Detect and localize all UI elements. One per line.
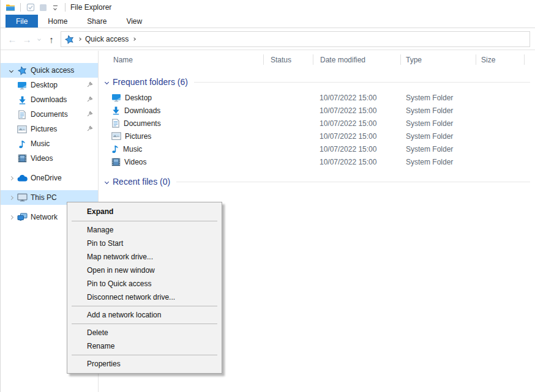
menu-item-delete[interactable]: Delete — [67, 326, 222, 339]
sidebar-item-onedrive[interactable]: OneDrive — [1, 171, 98, 185]
menu-item-expand[interactable]: Expand — [67, 204, 222, 219]
sidebar-item-label: Network — [31, 213, 58, 221]
menu-item-map-network-drive[interactable]: Map network drive... — [67, 250, 222, 264]
sidebar-item-quick-access[interactable]: Quick access — [1, 63, 98, 78]
desktop-icon — [17, 81, 28, 90]
sidebar-item-videos[interactable]: Videos — [1, 151, 98, 166]
menu-item-pin-to-start[interactable]: Pin to Start — [67, 237, 222, 250]
sidebar-item-pictures[interactable]: Pictures — [1, 122, 98, 136]
new-folder-icon[interactable] — [37, 1, 49, 13]
recent-locations-icon[interactable] — [35, 38, 43, 40]
column-header-size[interactable]: Size — [476, 51, 525, 68]
chevron-down-icon[interactable] — [102, 180, 111, 183]
column-header-name[interactable]: Name — [99, 51, 263, 68]
frequent-folders-list: Desktop 10/07/2022 15:00 System Folder — [99, 91, 535, 168]
chevron-right-icon[interactable] — [6, 216, 17, 219]
pin-icon — [86, 96, 93, 103]
menu-item-properties[interactable]: Properties — [67, 357, 222, 371]
properties-icon[interactable] — [24, 1, 37, 13]
sidebar-item-documents[interactable]: Documents — [1, 107, 98, 122]
tab-home[interactable]: Home — [38, 15, 77, 28]
file-row-downloads[interactable]: Downloads 10/07/2022 15:00 System Folder — [99, 104, 535, 117]
up-icon[interactable]: ↑ — [45, 32, 58, 46]
documents-icon — [17, 110, 28, 119]
column-header-date-modified[interactable]: Date modified — [313, 51, 401, 68]
column-headers: Name Status Date modified Type Size — [99, 51, 535, 68]
sidebar-item-desktop[interactable]: Desktop — [1, 78, 98, 92]
file-name: Desktop — [125, 94, 152, 102]
sidebar-item-label: Pictures — [31, 125, 57, 133]
file-explorer-window: File Explorer File Home Share View ← → ↑… — [0, 0, 535, 392]
date-modified: 10/07/2022 15:00 — [313, 106, 401, 115]
file-row-desktop[interactable]: Desktop 10/07/2022 15:00 System Folder — [99, 91, 535, 104]
file-type: System Folder — [401, 132, 476, 141]
menu-item-add-network-location[interactable]: Add a network location — [67, 308, 222, 322]
menu-item-rename[interactable]: Rename — [67, 339, 222, 353]
date-modified: 10/07/2022 15:00 — [313, 94, 401, 102]
tab-share[interactable]: Share — [77, 15, 116, 28]
app-folder-icon — [4, 1, 17, 13]
music-icon — [111, 144, 119, 153]
column-header-type[interactable]: Type — [401, 51, 476, 68]
address-bar[interactable]: Quick access — [61, 31, 530, 47]
group-header-rule — [176, 182, 530, 182]
chevron-right-icon[interactable] — [6, 177, 17, 180]
menu-separator — [72, 306, 217, 306]
chevron-down-icon[interactable] — [102, 81, 111, 84]
sidebar-item-downloads[interactable]: Downloads — [1, 92, 98, 107]
this-pc-monitor-icon — [17, 193, 28, 202]
file-row-videos[interactable]: Videos 10/07/2022 15:00 System Folder — [99, 155, 535, 168]
pictures-icon — [17, 125, 28, 133]
file-type: System Folder — [401, 158, 476, 166]
breadcrumb-chevron-icon[interactable] — [133, 37, 137, 41]
downloads-icon — [17, 95, 28, 105]
pin-icon — [86, 81, 93, 88]
chevron-down-icon[interactable] — [6, 69, 17, 72]
back-icon[interactable]: ← — [6, 32, 19, 46]
sidebar-item-label: Videos — [31, 154, 53, 163]
title-bar: File Explorer — [1, 0, 535, 15]
menu-item-manage[interactable]: Manage — [67, 223, 222, 237]
group-header-frequent-folders[interactable]: Frequent folders (6) — [99, 75, 535, 89]
chevron-right-icon[interactable] — [6, 196, 17, 199]
ribbon-tabs: File Home Share View — [1, 15, 535, 28]
date-modified: 10/07/2022 15:00 — [313, 132, 401, 141]
downloads-icon — [111, 106, 121, 115]
videos-icon — [17, 154, 28, 163]
file-name: Videos — [124, 158, 146, 166]
customize-qat-icon[interactable] — [49, 1, 61, 13]
network-icon — [17, 213, 28, 221]
breadcrumb-chevron-icon[interactable] — [78, 37, 81, 41]
tab-file[interactable]: File — [6, 15, 38, 28]
file-row-documents[interactable]: Documents 10/07/2022 15:00 System Folder — [99, 117, 535, 130]
tab-view[interactable]: View — [116, 15, 152, 28]
file-row-pictures[interactable]: Pictures 10/07/2022 15:00 System Folder — [99, 130, 535, 142]
file-name: Music — [123, 145, 142, 153]
menu-separator — [72, 355, 217, 355]
menu-item-disconnect-network-drive[interactable]: Disconnect network drive... — [67, 290, 222, 304]
forward-icon[interactable]: → — [20, 32, 34, 46]
file-row-music[interactable]: Music 10/07/2022 15:00 System Folder — [99, 142, 535, 155]
pin-icon — [86, 125, 93, 132]
date-modified: 10/07/2022 15:00 — [313, 145, 401, 153]
group-header-recent-files[interactable]: Recent files (0) — [99, 175, 535, 188]
breadcrumb-quick-access[interactable]: Quick access — [85, 35, 129, 43]
music-icon — [17, 139, 28, 149]
sidebar-item-label: Desktop — [31, 81, 58, 89]
address-bar-row: ← → ↑ Quick access — [1, 29, 535, 50]
sidebar-item-label: OneDrive — [31, 174, 62, 182]
file-type: System Folder — [401, 119, 476, 128]
column-header-status[interactable]: Status — [263, 51, 313, 68]
pin-icon — [86, 111, 93, 117]
menu-separator — [72, 324, 217, 324]
sidebar-item-music[interactable]: Music — [1, 136, 98, 151]
divider — [20, 3, 21, 12]
sidebar-item-label: Downloads — [31, 95, 67, 104]
sidebar-item-label: This PC — [31, 193, 57, 202]
window-title: File Explorer — [70, 3, 111, 12]
date-modified: 10/07/2022 15:00 — [313, 119, 401, 128]
group-header-label: Recent files (0) — [113, 177, 170, 187]
pictures-icon — [111, 132, 121, 140]
menu-item-open-in-new-window[interactable]: Open in new window — [67, 264, 222, 277]
menu-item-pin-to-quick-access[interactable]: Pin to Quick access — [67, 277, 222, 290]
